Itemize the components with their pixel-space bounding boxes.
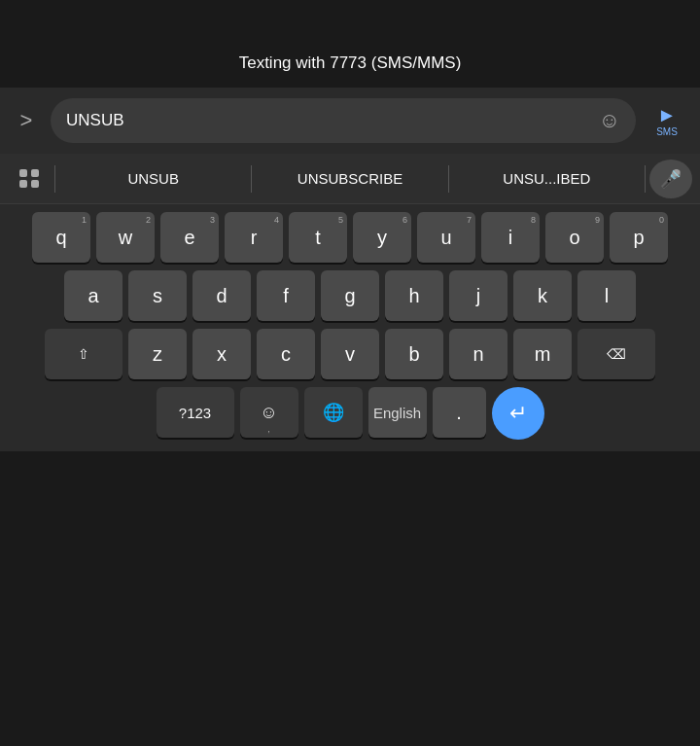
suggestion-1[interactable]: UNSUB xyxy=(59,160,247,198)
key-g[interactable]: g xyxy=(321,270,379,321)
header: Texting with 7773 (SMS/MMS) xyxy=(0,39,700,88)
key-e[interactable]: e3 xyxy=(160,212,219,263)
suggestions-row: UNSUB UNSUBSCRIBE UNSU...IBED 🎤 xyxy=(0,154,700,204)
input-container: ☺ xyxy=(51,98,636,143)
key-t[interactable]: t5 xyxy=(289,212,347,263)
key-s[interactable]: s xyxy=(128,270,187,321)
status-bar xyxy=(0,0,700,39)
key-z[interactable]: z xyxy=(128,329,187,379)
message-area: > ☺ ► SMS xyxy=(0,88,700,154)
suggestion-3[interactable]: UNSU...IBED xyxy=(453,160,641,198)
send-label: SMS xyxy=(656,126,678,137)
space-key[interactable]: English xyxy=(368,387,427,438)
key-x[interactable]: x xyxy=(192,329,251,379)
key-row-1: q1 w2 e3 r4 t5 y6 u7 i8 o9 p0 xyxy=(4,212,696,263)
suggestion-2[interactable]: UNSUBSCRIBE xyxy=(256,160,443,198)
send-icon: ► xyxy=(657,104,677,126)
key-f[interactable]: f xyxy=(257,270,315,321)
key-w[interactable]: w2 xyxy=(96,212,155,263)
keyboard: q1 w2 e3 r4 t5 y6 u7 i8 o9 p0 a s d f g … xyxy=(0,204,700,451)
key-h[interactable]: h xyxy=(385,270,443,321)
key-y[interactable]: y6 xyxy=(353,212,411,263)
enter-key[interactable]: ↵ xyxy=(492,387,544,440)
emoji-key[interactable]: ☺, xyxy=(240,387,298,438)
key-row-bottom: ?123 ☺, 🌐 English . ↵ xyxy=(4,387,696,447)
key-b[interactable]: b xyxy=(385,329,443,379)
key-row-2: a s d f g h j k l xyxy=(4,270,696,321)
key-row-3: ⇧ z x c v b n m ⌫ xyxy=(4,329,696,379)
key-a[interactable]: a xyxy=(64,270,122,321)
key-c[interactable]: c xyxy=(257,329,315,379)
key-i[interactable]: i8 xyxy=(481,212,540,263)
key-o[interactable]: o9 xyxy=(545,212,604,263)
divider-3 xyxy=(448,165,449,193)
divider-2 xyxy=(251,165,252,193)
expand-button[interactable]: > xyxy=(12,108,41,133)
key-r[interactable]: r4 xyxy=(225,212,283,263)
emoji-button[interactable]: ☺ xyxy=(599,108,620,133)
header-title: Texting with 7773 (SMS/MMS) xyxy=(239,53,462,73)
mic-icon: 🎤 xyxy=(660,168,682,190)
divider-1 xyxy=(54,165,55,193)
key-q[interactable]: q1 xyxy=(32,212,90,263)
key-u[interactable]: u7 xyxy=(417,212,475,263)
key-l[interactable]: l xyxy=(578,270,636,321)
globe-key[interactable]: 🌐 xyxy=(304,387,363,438)
apps-button[interactable] xyxy=(8,160,51,198)
key-m[interactable]: m xyxy=(513,329,572,379)
key-p[interactable]: p0 xyxy=(610,212,668,263)
key-v[interactable]: v xyxy=(321,329,379,379)
period-key[interactable]: . xyxy=(433,387,486,438)
key-d[interactable]: d xyxy=(192,270,251,321)
key-k[interactable]: k xyxy=(513,270,572,321)
key-j[interactable]: j xyxy=(449,270,508,321)
divider-4 xyxy=(645,165,646,193)
backspace-key[interactable]: ⌫ xyxy=(578,329,655,379)
key-n[interactable]: n xyxy=(449,329,508,379)
mic-button[interactable]: 🎤 xyxy=(649,160,692,198)
send-button[interactable]: ► SMS xyxy=(646,104,688,137)
apps-icon xyxy=(19,169,39,189)
message-input[interactable] xyxy=(66,111,591,130)
num-key[interactable]: ?123 xyxy=(157,387,234,438)
shift-key[interactable]: ⇧ xyxy=(45,329,122,379)
